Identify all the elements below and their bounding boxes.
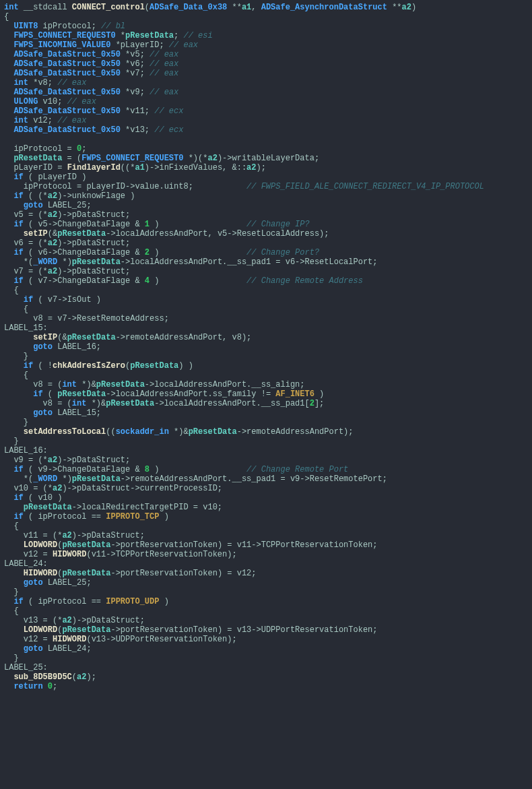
code-token-ident: ->remoteAddressAndPort, v8); — [116, 333, 252, 342]
code-line: } — [4, 654, 19, 663]
code-token-ident — [4, 625, 24, 635]
code-line: v5 = (*a2)->pDataStruct; — [4, 210, 130, 220]
code-token-fn: setIP — [33, 333, 57, 342]
code-token-kw: goto — [33, 342, 53, 352]
code-token-ident: ->localAddressAndPort, v5->ResetLocalAdd… — [106, 229, 329, 239]
code-token-ident: v6 = (* — [4, 239, 48, 248]
code-line: pResetData = (FWPS_CONNECT_REQUEST0 *)(*… — [4, 154, 319, 163]
code-token-ident: v8 = v7->ResetRemoteAddress; — [4, 314, 169, 323]
code-token-ident: ; — [53, 682, 57, 691]
code-line: int *v8; // eax — [4, 78, 86, 88]
code-line: v8 = (int *)&pResetData->localAddressAnd… — [4, 399, 324, 408]
code-token-ident: v7 = (* — [4, 267, 48, 276]
code-token-cmt: // Change Port? — [246, 248, 319, 257]
code-token-ident: LABEL_25; — [43, 578, 92, 588]
code-line: ADSafe_DataStruct_0x50 *v13; // ecx — [4, 125, 183, 135]
code-token-ident: LABEL_25: — [4, 663, 48, 672]
code-line: { — [4, 522, 19, 531]
code-token-ident: *)& — [86, 399, 106, 408]
code-token-ident: ) ) — [178, 361, 193, 371]
code-line: goto LABEL_24; — [4, 644, 92, 654]
code-line: v8 = v7->ResetRemoteAddress; — [4, 314, 169, 323]
code-token-ident: *( — [4, 474, 33, 484]
code-token-ident — [4, 50, 13, 59]
code-token-ident: ( v6->ChangeDataFlage & — [24, 248, 145, 257]
code-token-ident: LABEL_24: — [4, 559, 48, 569]
code-token-ident: ]; — [314, 399, 324, 408]
code-token-ident: *)& — [77, 380, 96, 389]
code-line: LODWORD(pResetData->portReservationToken… — [4, 540, 378, 550]
code-token-ident — [4, 229, 24, 239]
code-token-var: pResetData — [72, 257, 121, 267]
code-token-ident — [4, 333, 33, 342]
code-token-var: a2 — [48, 210, 57, 220]
code-line: int __stdcall CONNECT_control(ADSafe_Dat… — [4, 3, 416, 12]
code-token-var: pResetData — [24, 503, 72, 512]
code-token-ident: ( — [145, 3, 149, 12]
code-token-ident: ) — [149, 465, 246, 474]
code-token-ident: )->pDataStruct->currentProcessID; — [62, 484, 222, 493]
code-token-fn: HIDWORD — [53, 635, 86, 644]
code-token-var: a2 — [62, 531, 71, 540]
code-token-ident: *v11; — [121, 106, 154, 116]
code-token-ident — [4, 125, 13, 135]
code-token-kw: return — [13, 682, 42, 691]
code-token-cmt: // eax — [169, 40, 198, 50]
code-token-kw: if — [13, 172, 23, 182]
code-line: if ( v10 ) — [4, 493, 62, 503]
code-token-ident: v8 = ( — [4, 380, 62, 389]
code-token-ident: LABEL_16: — [4, 446, 48, 455]
code-token-fn: setAddressToLocal — [24, 427, 106, 437]
code-line: v13 = (*a2)->pDataStruct; — [4, 616, 145, 625]
code-token-cmt: // ecx — [154, 125, 183, 135]
code-token-ident: { — [4, 371, 28, 380]
code-token-ident: (& — [57, 333, 67, 342]
code-token-ident — [4, 512, 13, 522]
code-token-var: pResetData — [13, 154, 62, 163]
code-token-cmt: // eax — [149, 50, 178, 59]
code-token-ident: *pLayerID; — [110, 40, 168, 50]
code-token-type: ADSafe_DataStruct_0x50 — [13, 69, 120, 78]
code-token-ident: ( pLayerID ) — [24, 172, 87, 182]
code-line: ADSafe_DataStruct_0x50 *v11; // ecx — [4, 106, 183, 116]
code-token-ident: ->remoteAddressAndPort.__ss_pad1 = v9->R… — [121, 474, 387, 484]
code-line: goto LABEL_25; — [4, 578, 92, 588]
code-token-ident: *) — [57, 474, 72, 484]
code-token-ident: ) — [159, 512, 168, 522]
code-line: pLayerID = FindlayerId((*a1)->inFixedVal… — [4, 163, 266, 172]
code-token-kw: int — [4, 3, 19, 12]
code-line: v9 = (*a2)->pDataStruct; — [4, 455, 130, 465]
code-token-var: a1 — [242, 3, 251, 12]
code-token-ident: ( v10 ) — [24, 493, 63, 503]
code-token-ident: ) — [149, 220, 246, 229]
code-token-ident — [4, 88, 13, 97]
code-token-ident: LABEL_25; — [43, 201, 92, 210]
code-token-ident — [4, 389, 33, 399]
decompiled-code-view[interactable]: int __stdcall CONNECT_control(ADSafe_Dat… — [0, 0, 532, 694]
code-token-ident: *) — [57, 257, 72, 267]
code-token-var: pResetData — [125, 31, 174, 40]
code-token-ident: ) — [411, 3, 416, 12]
code-token-ident: *)(* — [183, 154, 207, 163]
code-token-ident — [4, 191, 13, 201]
code-token-ident — [4, 220, 13, 229]
code-token-var: a2 — [53, 484, 62, 493]
code-line: HIDWORD(pResetData->portReservationToken… — [4, 569, 257, 578]
code-token-ident — [43, 682, 48, 691]
code-line: { — [4, 606, 19, 616]
code-token-type: FWPS_INCOMING_VALUE0 — [13, 40, 110, 50]
code-token-ident: ->portReservationToken) = v12; — [110, 569, 256, 578]
code-token-ident: ( v7->IsOut ) — [33, 295, 101, 305]
code-token-ident: ->portReservationToken) = v13->UDPPortRe… — [110, 625, 377, 635]
code-token-var: pResetData — [106, 399, 154, 408]
code-token-ident: ipProtocol; — [38, 22, 101, 31]
code-token-var: a2 — [62, 616, 71, 625]
code-token-fn: chkAddresIsZero — [53, 361, 125, 371]
code-token-ident: v5 = (* — [4, 210, 48, 220]
code-token-kw: int — [62, 380, 77, 389]
code-token-ident: LABEL_15: — [4, 323, 48, 333]
code-token-ident: v10 = (* — [4, 484, 53, 493]
code-token-kw: goto — [24, 644, 43, 654]
code-token-ident: ( v5->ChangeDataFlage & — [24, 220, 145, 229]
code-line: v12 = HIDWORD(v11->TCPPortReservationTok… — [4, 550, 237, 559]
